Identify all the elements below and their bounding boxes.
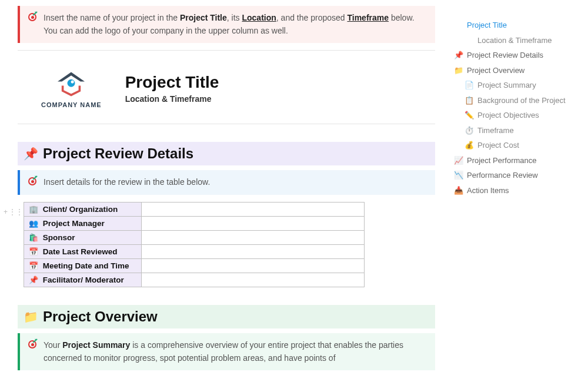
table-label-cell: 📅 Meeting Date and Time	[24, 259, 142, 273]
📥-icon: 📥	[454, 185, 463, 197]
table-label-cell: 🛍️ Sponsor	[24, 231, 142, 245]
svg-point-1	[68, 79, 75, 87]
outline-item-label: Project Cost	[477, 140, 519, 151]
callout-review-hint: Insert details for the review in the tab…	[18, 170, 435, 195]
table-value-cell[interactable]	[142, 203, 365, 217]
callout-overview: Your Project Summary is a comprehensive …	[18, 333, 435, 370]
target-icon	[27, 176, 38, 189]
table-value-cell[interactable]	[142, 231, 365, 245]
callout-intro: Insert the name of your project in the P…	[18, 6, 435, 43]
project-title[interactable]: Project Title	[125, 73, 219, 92]
callout-overview-text: Your Project Summary is a comprehensive …	[44, 339, 427, 364]
outline-item-label: Project Performance	[467, 155, 537, 167]
table-label-cell: 📌 Facilitator/ Moderator	[24, 273, 142, 287]
📌-icon: 📌	[454, 49, 463, 61]
table-row[interactable]: 📅 Meeting Date and Time	[24, 259, 365, 273]
svg-point-2	[71, 81, 74, 84]
📈-icon: 📈	[454, 155, 463, 167]
outline-item-label: Project Objectives	[477, 109, 539, 121]
document-body: Insert the name of your project in the P…	[0, 0, 453, 385]
outline-item[interactable]: •Project Title	[453, 18, 582, 33]
✏️-icon: ✏️	[465, 109, 474, 121]
section-heading-review[interactable]: 📌 Project Review Details	[18, 142, 435, 165]
company-logo-icon	[41, 68, 102, 99]
callout-intro-text: Insert the name of your project in the P…	[44, 12, 427, 37]
table-value-cell[interactable]	[142, 259, 365, 273]
divider	[18, 124, 435, 124]
table-label-cell: 🏢 Client/ Organization	[24, 203, 142, 217]
outline-item-label: Project Overview	[467, 65, 524, 77]
outline-item[interactable]: 📥Action Items	[453, 183, 582, 198]
divider	[18, 50, 435, 51]
outline-item[interactable]: 📉Performance Review	[453, 168, 582, 183]
section-heading-overview-text: Project Overview	[43, 308, 158, 325]
outline-item[interactable]: 📄Project Summary	[453, 78, 582, 93]
review-details-table[interactable]: 🏢 Client/ Organization👥 Project Manager🛍…	[24, 202, 365, 287]
section-heading-review-text: Project Review Details	[43, 145, 193, 162]
📄-icon: 📄	[465, 79, 474, 91]
outline-item[interactable]: 📌Project Review Details	[453, 48, 582, 63]
target-icon	[27, 12, 38, 37]
outline-item[interactable]: 💰Project Cost	[453, 138, 582, 153]
table-row[interactable]: 🛍️ Sponsor	[24, 231, 365, 245]
💰-icon: 💰	[465, 140, 474, 151]
section-heading-overview[interactable]: 📁 Project Overview	[18, 305, 435, 328]
company-name: COMPANY NAME	[41, 101, 102, 108]
outline-item-label: Timeframe	[477, 125, 514, 137]
add-row-icon[interactable]: +	[4, 208, 8, 216]
table-row[interactable]: 🏢 Client/ Organization	[24, 203, 365, 217]
table-row[interactable]: 📅 Date Last Reviewed	[24, 245, 365, 259]
table-row[interactable]: 👥 Project Manager	[24, 217, 365, 231]
⏱️-icon: ⏱️	[465, 125, 474, 137]
outline-item[interactable]: ⏱️Timeframe	[453, 123, 582, 138]
table-label-cell: 📅 Date Last Reviewed	[24, 245, 142, 259]
📋-icon: 📋	[465, 95, 474, 107]
outline-item-label: Project Summary	[477, 79, 536, 91]
drag-handle-icon[interactable]: ⋮⋮	[9, 208, 23, 216]
outline-item-label: Background of the Project	[477, 95, 566, 107]
callout-review-text: Insert details for the review in the tab…	[44, 176, 210, 189]
row-drag-handles[interactable]: + ⋮⋮	[4, 208, 23, 216]
table-value-cell[interactable]	[142, 245, 365, 259]
outline-item[interactable]: •Location & Timeframe	[453, 33, 582, 48]
outline-item[interactable]: ✏️Project Objectives	[453, 108, 582, 123]
outline-item-label: Location & Timeframe	[477, 35, 552, 47]
pushpin-icon: 📌	[24, 147, 38, 161]
company-logo-block: COMPANY NAME	[41, 68, 102, 108]
outline-item-label: Project Title	[467, 19, 507, 31]
outline-sidebar: •Project Title•Location & Timeframe📌Proj…	[453, 0, 588, 385]
outline-item[interactable]: 📁Project Overview	[453, 63, 582, 78]
table-value-cell[interactable]	[142, 217, 365, 231]
outline-item-label: Action Items	[467, 185, 509, 197]
outline-item[interactable]: 📈Project Performance	[453, 153, 582, 168]
outline-item-label: Performance Review	[467, 170, 538, 181]
outline-item-label: Project Review Details	[467, 49, 543, 61]
📉-icon: 📉	[454, 170, 463, 181]
📁-icon: 📁	[454, 65, 463, 77]
project-subtitle[interactable]: Location & Timeframe	[125, 94, 219, 104]
table-value-cell[interactable]	[142, 273, 365, 287]
table-label-cell: 👥 Project Manager	[24, 217, 142, 231]
outline-item[interactable]: 📋Background of the Project	[453, 93, 582, 108]
table-row[interactable]: 📌 Facilitator/ Moderator	[24, 273, 365, 287]
folder-icon: 📁	[24, 310, 38, 324]
header-row: COMPANY NAME Project Title Location & Ti…	[18, 62, 435, 120]
target-icon	[27, 339, 38, 364]
